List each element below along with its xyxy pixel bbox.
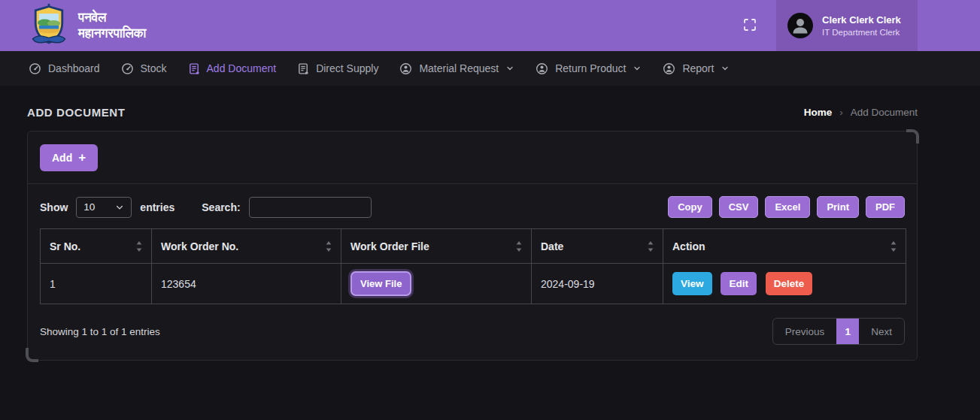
nav-label: Return Product [555,62,626,74]
search-label: Search: [202,201,240,213]
export-buttons: Copy CSV Excel Print PDF [668,196,905,218]
nav-label: Material Request [419,62,499,74]
chevron-down-icon [721,64,730,73]
table-row: 1 123654 View File 2024-09-19 View Edit … [41,264,906,304]
brand-line2: महानगरपालिका [78,26,146,41]
cell-work-order-file: View File [341,264,532,304]
search-input[interactable] [249,197,372,218]
view-button[interactable]: View [672,272,712,295]
view-file-button[interactable]: View File [350,271,411,296]
card-toolbar: Add + [28,131,917,183]
brand-title: पनवेल महानगरपालिका [78,10,146,42]
user-info: Clerk Clerk Clerk IT Department Clerk [822,14,901,37]
nav-item-dashboard[interactable]: Dashboard [18,51,111,86]
plus-icon: + [78,153,86,163]
chevron-down-icon [505,64,514,73]
delete-button[interactable]: Delete [766,272,813,295]
person-circle-icon [536,62,548,75]
print-button[interactable]: Print [817,196,859,218]
page-content: ADD DOCUMENT Home › Add Document Add + S… [27,102,918,361]
nav-label: Add Document [207,62,277,74]
search-wrap: Search: [202,197,371,218]
horizontal-scrollbar-thumb[interactable] [26,348,38,362]
current-page-button[interactable]: 1 [836,319,859,344]
cell-actions: View Edit Delete [663,264,906,304]
nav-label: Report [682,62,714,74]
sort-icon [648,241,654,252]
user-name: Clerk Clerk Clerk [822,14,901,26]
gauge-icon [121,62,134,75]
previous-page-button[interactable]: Previous [773,319,837,344]
file-text-icon [297,62,309,75]
column-header-date[interactable]: Date [532,229,663,264]
main-nav: Dashboard Stock Add Document Direct Supp… [0,51,980,86]
avatar [787,12,814,39]
column-label: Work Order File [350,240,429,252]
gauge-icon [29,62,41,75]
page-title: ADD DOCUMENT [27,106,126,119]
municipal-emblem-logo [29,4,69,47]
nav-label: Direct Supply [316,62,378,74]
add-document-card: Add + Show 10 entries Search: [27,131,918,361]
sort-icon [516,241,522,252]
vertical-scrollbar-thumb[interactable] [906,129,919,144]
card-body: Show 10 entries Search: Copy CSV Excel P… [28,184,917,360]
sort-icon [326,241,332,252]
fullscreen-button[interactable] [742,17,758,34]
nav-item-material-request[interactable]: Material Request [389,51,525,86]
csv-button[interactable]: CSV [719,196,759,218]
user-menu[interactable]: Clerk Clerk Clerk IT Department Clerk [776,0,918,51]
app-header: पनवेल महानगरपालिका Clerk Clerk Clerk IT … [0,0,980,51]
column-label: Sr No. [50,240,80,252]
documents-table: Sr No. Work Order No. [40,228,906,304]
breadcrumb-separator: › [839,107,843,118]
column-header-work-order-file[interactable]: Work Order File [341,229,532,264]
pagination: Previous 1 Next [772,318,905,345]
cell-work-order-no: 123654 [152,264,341,304]
brand-line1: पनवेल [78,10,146,26]
breadcrumb: Home › Add Document [804,107,918,118]
table-footer: Showing 1 to 1 of 1 entries Previous 1 N… [40,318,905,345]
nav-label: Dashboard [48,62,100,74]
column-header-sr-no[interactable]: Sr No. [41,229,152,264]
nav-label: Stock [141,62,167,74]
chevron-down-icon [115,203,124,212]
edit-button[interactable]: Edit [721,272,757,295]
pdf-button[interactable]: PDF [866,196,905,218]
brand: पनवेल महानगरपालिका [29,4,146,47]
column-label: Action [672,240,705,252]
column-label: Date [541,240,563,252]
show-label: Show [40,201,68,213]
chevron-down-icon [633,64,642,73]
nav-item-stock[interactable]: Stock [111,51,177,86]
entries-label: entries [140,201,174,213]
entries-summary: Showing 1 to 1 of 1 entries [40,326,160,337]
add-button-label: Add [52,152,72,164]
sort-icon [890,241,897,252]
cell-sr-no: 1 [41,264,152,304]
file-text-icon [188,62,200,75]
person-circle-icon [663,62,675,75]
copy-button[interactable]: Copy [668,196,712,218]
column-header-action[interactable]: Action [663,229,906,264]
breadcrumb-home-link[interactable]: Home [804,107,833,118]
column-label: Work Order No. [161,240,238,252]
next-page-button[interactable]: Next [859,319,904,344]
page-size-value: 10 [83,201,95,213]
page-size-select[interactable]: 10 [76,197,132,218]
sort-icon [136,241,142,252]
excel-button[interactable]: Excel [765,196,810,218]
title-row: ADD DOCUMENT Home › Add Document [27,102,918,122]
fullscreen-expand-icon [742,17,757,32]
table-controls: Show 10 entries Search: Copy CSV Excel P… [40,196,905,218]
add-button[interactable]: Add + [40,144,98,171]
breadcrumb-current: Add Document [851,107,918,118]
column-header-work-order-no[interactable]: Work Order No. [152,229,341,264]
person-circle-icon [399,62,412,75]
cell-date: 2024-09-19 [532,264,663,304]
nav-item-report[interactable]: Report [652,51,740,86]
nav-item-return-product[interactable]: Return Product [525,51,652,86]
nav-item-add-document[interactable]: Add Document [177,51,287,86]
user-role: IT Department Clerk [822,28,901,37]
nav-item-direct-supply[interactable]: Direct Supply [287,51,389,86]
